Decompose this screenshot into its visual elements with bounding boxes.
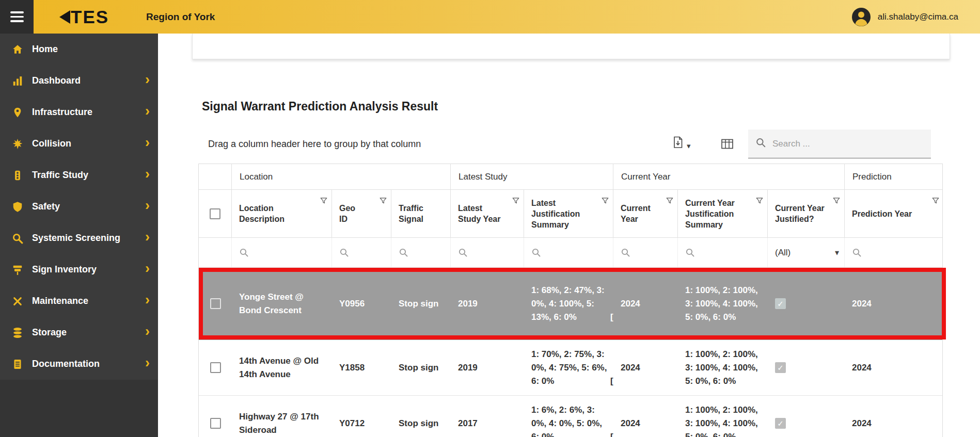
menu-button[interactable] [0, 0, 34, 34]
sidebar-item-maintenance[interactable]: Maintenance › [0, 285, 158, 317]
chevron-right-icon: › [145, 325, 150, 341]
search-box[interactable] [748, 130, 931, 158]
filter-prediction-year[interactable] [845, 238, 943, 267]
group-panel-hint: Drag a column header here to group by th… [208, 139, 421, 150]
sidebar-item-infrastructure[interactable]: Infrastructure › [0, 96, 158, 128]
column-band-row: Location Latest Study Current Year Predi… [199, 164, 942, 190]
logo-text: TES [71, 7, 109, 27]
column-header-latest-justification-summary[interactable]: Latest Justification Summary [524, 190, 613, 237]
cell-current-year-justification-summary: 1: 100%, 2: 100%, 3: 100%, 4: 100%, 5: 0… [678, 343, 768, 393]
documentation-icon [11, 358, 24, 370]
cell-latest-study-year: 2019 [451, 292, 524, 316]
filter-funnel-icon[interactable] [931, 197, 940, 207]
previous-panel-edge [192, 34, 950, 59]
sidebar-item-sign-inventory[interactable]: Sign Inventory › [0, 254, 158, 285]
filter-funnel-icon[interactable] [666, 197, 674, 207]
sign-inventory-icon [11, 264, 24, 276]
column-header-geo-id[interactable]: Geo ID [332, 190, 391, 237]
row-checkbox[interactable] [210, 362, 221, 373]
main-content: Signal Warrant Prediction Analysis Resul… [158, 34, 980, 437]
filter-current-year-justification-summary[interactable] [678, 238, 768, 267]
filter-funnel-icon[interactable] [832, 197, 841, 207]
text-cursor-artifact: [ [610, 430, 613, 437]
column-header-latest-study-year[interactable]: Latest Study Year [451, 190, 524, 237]
collision-icon [11, 138, 24, 150]
cell-current-year-justification-summary: 1: 100%, 2: 100%, 3: 100%, 4: 100%, 5: 0… [678, 398, 768, 437]
cell-geo-id: Y1858 [332, 356, 391, 380]
cell-location-description: Yonge Street @ Bond Crescent [232, 285, 332, 322]
sidebar-item-collision[interactable]: Collision › [0, 128, 158, 159]
sidebar-footer-area [0, 380, 158, 437]
search-input[interactable] [772, 139, 924, 149]
header-select-cell [199, 190, 232, 237]
cell-traffic-signal: Stop sign [391, 292, 451, 316]
filter-current-year[interactable] [613, 238, 678, 267]
column-chooser-button[interactable] [721, 138, 734, 152]
sidebar-item-traffic-study[interactable]: Traffic Study › [0, 159, 158, 191]
text-cursor-artifact: [ [610, 311, 613, 324]
chevron-right-icon: › [145, 356, 150, 372]
filter-funnel-icon[interactable] [512, 197, 520, 207]
row-checkbox[interactable] [210, 298, 221, 309]
caret-down-icon[interactable]: ▾ [687, 142, 691, 151]
table-row[interactable]: Yonge Street @ Bond Crescent Y0956 Stop … [199, 268, 942, 340]
cell-traffic-signal: Stop sign [391, 412, 451, 435]
filter-geo-id[interactable] [332, 238, 391, 267]
filter-funnel-icon[interactable] [379, 197, 387, 207]
filter-traffic-signal[interactable] [391, 238, 451, 267]
column-header-current-year-justification-summary[interactable]: Current Year Justification Summary [678, 190, 768, 237]
filter-funnel-icon[interactable] [755, 197, 764, 207]
sidebar-item-safety[interactable]: Safety › [0, 191, 158, 222]
cell-current-year: 2024 [613, 356, 678, 380]
sidebar-item-storage[interactable]: Storage › [0, 317, 158, 348]
dashboard-icon [11, 75, 24, 87]
filter-justified-value: (All) [775, 248, 791, 258]
cell-current-year-justified: ✓ [768, 418, 845, 429]
band-latest-study: Latest Study [451, 164, 613, 189]
band-prediction: Prediction [845, 164, 943, 189]
table-row[interactable]: Highway 27 @ 17th Sideroad Y0712 Stop si… [199, 396, 942, 437]
infrastructure-icon [11, 106, 24, 119]
cell-current-year-justification-summary: 1: 100%, 2: 100%, 3: 100%, 4: 100%, 5: 0… [678, 279, 768, 329]
column-header-current-year[interactable]: Current Year [613, 190, 678, 237]
sidebar-item-label: Dashboard [32, 75, 81, 86]
sidebar-item-systemic-screening[interactable]: Systemic Screening › [0, 222, 158, 254]
select-all-checkbox[interactable] [210, 208, 220, 219]
storage-icon [11, 327, 24, 339]
traffic-study-icon [11, 169, 24, 182]
cell-geo-id: Y0956 [332, 292, 391, 316]
column-header-location-description[interactable]: Location Description [232, 190, 332, 237]
chevron-right-icon: › [145, 293, 150, 309]
filter-funnel-icon[interactable] [601, 197, 609, 207]
sidebar-item-dashboard[interactable]: Dashboard › [0, 65, 158, 96]
check-icon: ✓ [777, 419, 784, 427]
filter-justified-select[interactable]: (All) ▾ [768, 238, 845, 267]
sidebar-item-label: Collision [32, 138, 71, 149]
column-header-current-year-justified[interactable]: Current Year Justified? [768, 190, 845, 237]
band-current-year: Current Year [613, 164, 845, 189]
cell-prediction-year: 2024 [845, 292, 943, 316]
column-header-traffic-signal[interactable]: Traffic Signal [391, 190, 451, 237]
filter-funnel-icon[interactable] [320, 197, 328, 207]
chevron-right-icon: › [145, 167, 150, 183]
filter-latest-study-year[interactable] [451, 238, 524, 267]
filter-location-description[interactable] [232, 238, 332, 267]
sidebar-item-documentation[interactable]: Documentation › [0, 348, 158, 380]
page-title: Signal Warrant Prediction Analysis Resul… [202, 100, 438, 114]
export-button[interactable]: ▾ [672, 136, 691, 151]
justified-checkbox: ✓ [775, 298, 786, 309]
column-header-prediction-year[interactable]: Prediction Year [845, 190, 943, 237]
filter-latest-justification-summary[interactable] [524, 238, 613, 267]
chevron-right-icon: › [145, 104, 150, 120]
cell-geo-id: Y0712 [332, 412, 391, 435]
safety-icon [11, 201, 24, 213]
tes-logo: TES [59, 7, 109, 27]
logo-triangle-icon [59, 10, 70, 24]
text-cursor-artifact: [ [610, 375, 613, 388]
cell-latest-justification-summary: 1: 6%, 2: 6%, 3: 0%, 4: 0%, 5: 0%, 6: 0% [524, 398, 613, 437]
user-avatar[interactable] [851, 7, 871, 27]
table-row[interactable]: 14th Avenue @ Old 14th Avenue Y1858 Stop… [199, 340, 942, 396]
row-checkbox[interactable] [210, 418, 221, 429]
caret-down-icon[interactable]: ▾ [835, 249, 839, 257]
sidebar-item-home[interactable]: Home [0, 34, 158, 65]
